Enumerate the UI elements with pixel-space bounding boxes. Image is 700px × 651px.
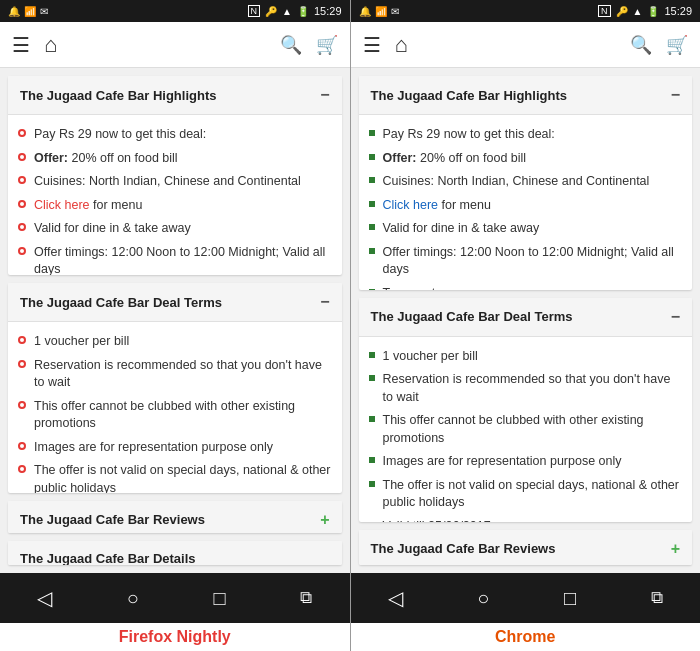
chrome-search-icon[interactable]: 🔍 (630, 34, 652, 56)
chrome-back-button[interactable]: ◁ (388, 586, 403, 610)
key-icon: 🔑 (265, 6, 277, 17)
bullet-dot-icon (369, 224, 375, 230)
share-button[interactable]: ⧉ (300, 588, 312, 608)
chrome-highlights-body: Pay Rs 29 now to get this deal: Offer: 2… (359, 115, 693, 290)
firefox-reviews-title: The Jugaad Cafe Bar Reviews (20, 512, 205, 527)
battery-icon: 🔋 (647, 6, 659, 17)
list-item: Cuisines: North Indian, Chinese and Cont… (18, 170, 332, 194)
back-button[interactable]: ◁ (37, 586, 52, 610)
chrome-panel: 🔔 📶 ✉ N 🔑 ▲ 🔋 15:29 ☰ ⌂ 🔍 🛒 The Jugaad C… (351, 0, 701, 651)
deal-item-text: The offer is not valid on special days, … (383, 477, 683, 512)
battery-icon: 🔋 (297, 6, 309, 17)
list-item: Reservation is recommended so that you d… (18, 354, 332, 395)
list-item: Offer timings: 12:00 Noon to 12:00 Midni… (18, 241, 332, 276)
bullet-dot-icon (18, 153, 26, 161)
home-button[interactable]: ○ (127, 587, 139, 610)
chrome-highlights-toggle[interactable]: − (671, 86, 680, 104)
bullet-dot-icon (369, 481, 375, 487)
deal-item-text: The offer is not valid on special days, … (34, 462, 332, 492)
chrome-highlights-title: The Jugaad Cafe Bar Highlights (371, 88, 567, 103)
firefox-highlights-title: The Jugaad Cafe Bar Highlights (20, 88, 216, 103)
chrome-home-icon[interactable]: ⌂ (395, 32, 408, 58)
bullet-dot-icon (18, 401, 26, 409)
highlight-item-text: Taxes extra (383, 285, 447, 290)
recents-button[interactable]: □ (214, 587, 226, 610)
bullet-dot-icon (18, 176, 26, 184)
firefox-click-here-link[interactable]: Click here (34, 198, 90, 212)
firefox-menu-icon[interactable]: ☰ (12, 33, 30, 57)
chrome-deal-terms-toggle[interactable]: − (671, 308, 680, 326)
wifi-icon: ▲ (282, 6, 292, 17)
firefox-reviews-toggle[interactable]: + (320, 511, 329, 529)
highlight-item-text: Offer timings: 12:00 Noon to 12:00 Midni… (383, 244, 683, 279)
list-item: 1 voucher per bill (18, 330, 332, 354)
firefox-browser-label: Firefox Nightly (0, 623, 350, 651)
list-item: Pay Rs 29 now to get this deal: (369, 123, 683, 147)
firefox-search-icon[interactable]: 🔍 (280, 34, 302, 56)
firefox-deal-terms-body: 1 voucher per bill Reservation is recomm… (8, 322, 342, 492)
clock-chrome: 15:29 (664, 5, 692, 17)
message-icon: ✉ (40, 6, 48, 17)
sim-icon: 📶 (375, 6, 387, 17)
bullet-dot-icon (369, 416, 375, 422)
firefox-status-bar: 🔔 📶 ✉ N 🔑 ▲ 🔋 15:29 (0, 0, 350, 22)
bullet-dot-icon (18, 442, 26, 450)
bullet-dot-icon (18, 336, 26, 344)
deal-item-text: Valid till 25/06/2017 (383, 518, 491, 522)
firefox-reviews-header: The Jugaad Cafe Bar Reviews + (8, 501, 342, 534)
firefox-details-header: The Jugaad Cafe Bar Details (8, 541, 342, 565)
firefox-cart-icon[interactable]: 🛒 (316, 34, 338, 56)
chrome-cart-icon[interactable]: 🛒 (666, 34, 688, 56)
chrome-deal-terms-title: The Jugaad Cafe Bar Deal Terms (371, 309, 573, 324)
chrome-home-button[interactable]: ○ (477, 587, 489, 610)
bullet-dot-icon (369, 177, 375, 183)
list-item: Click here for menu (369, 194, 683, 218)
chrome-click-here-link[interactable]: Click here (383, 198, 439, 212)
firefox-deal-terms-list: 1 voucher per bill Reservation is recomm… (18, 330, 332, 492)
deal-item-text: Reservation is recommended so that you d… (383, 371, 683, 406)
chrome-share-button[interactable]: ⧉ (651, 588, 663, 608)
firefox-deal-terms-header: The Jugaad Cafe Bar Deal Terms − (8, 283, 342, 322)
chrome-label-text: Chrome (495, 628, 555, 646)
list-item: This offer cannot be clubbed with other … (18, 395, 332, 436)
firefox-highlights-toggle[interactable]: − (320, 86, 329, 104)
firefox-details-title: The Jugaad Cafe Bar Details (20, 551, 196, 565)
message-icon: ✉ (391, 6, 399, 17)
chrome-deal-terms-list: 1 voucher per bill Reservation is recomm… (369, 345, 683, 522)
firefox-highlights-list: Pay Rs 29 now to get this deal: Offer: 2… (18, 123, 332, 275)
chrome-deal-terms-card: The Jugaad Cafe Bar Deal Terms − 1 vouch… (359, 298, 693, 522)
list-item: Images are for representation purpose on… (369, 450, 683, 474)
list-item: The offer is not valid on special days, … (369, 474, 683, 515)
nfc-icon: N (248, 5, 261, 17)
status-bar-left-icons: 🔔 📶 ✉ (8, 6, 48, 17)
sim-icon: 📶 (24, 6, 36, 17)
highlight-item-text: Offer: 20% off on food bill (383, 150, 527, 168)
bullet-dot-icon (18, 465, 26, 473)
chrome-highlights-list: Pay Rs 29 now to get this deal: Offer: 2… (369, 123, 683, 290)
chrome-recents-button[interactable]: □ (564, 587, 576, 610)
firefox-scroll-content: The Jugaad Cafe Bar Highlights − Pay Rs … (0, 68, 350, 573)
chrome-highlights-header: The Jugaad Cafe Bar Highlights − (359, 76, 693, 115)
firefox-details-card: The Jugaad Cafe Bar Details (8, 541, 342, 565)
chrome-nav-right: 🔍 🛒 (630, 34, 688, 56)
list-item: Valid for dine in & take away (369, 217, 683, 241)
chrome-reviews-toggle[interactable]: + (671, 540, 680, 558)
chrome-nav-left: ☰ ⌂ (363, 32, 408, 58)
list-item: Click here for menu (18, 194, 332, 218)
deal-item-text: 1 voucher per bill (383, 348, 478, 366)
highlight-item-text: Click here for menu (383, 197, 491, 215)
list-item: Images are for representation purpose on… (18, 436, 332, 460)
bullet-dot-icon (18, 360, 26, 368)
firefox-deal-terms-toggle[interactable]: − (320, 293, 329, 311)
highlight-item-text: Valid for dine in & take away (383, 220, 540, 238)
notification-icon: 🔔 (359, 6, 371, 17)
clock-firefox: 15:29 (314, 5, 342, 17)
chrome-deal-terms-body: 1 voucher per bill Reservation is recomm… (359, 337, 693, 522)
firefox-home-icon[interactable]: ⌂ (44, 32, 57, 58)
chrome-menu-icon[interactable]: ☰ (363, 33, 381, 57)
deal-item-text: Images are for representation purpose on… (34, 439, 273, 457)
bullet-dot-icon (369, 130, 375, 136)
bullet-dot-icon (369, 248, 375, 254)
chrome-bottom-nav: ◁ ○ □ ⧉ (351, 573, 701, 623)
wifi-icon: ▲ (633, 6, 643, 17)
